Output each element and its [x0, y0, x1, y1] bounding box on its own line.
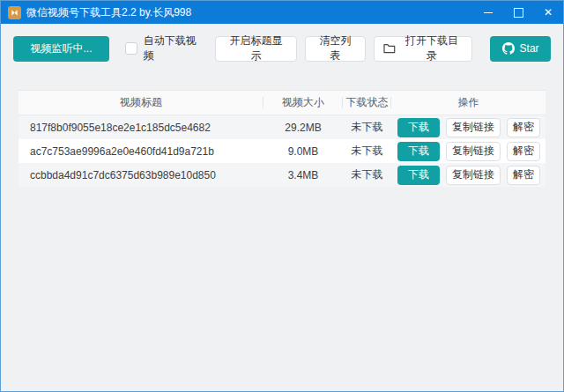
auto-download-checkbox[interactable] [125, 42, 137, 55]
header-download-status: 下载状态 [343, 91, 391, 115]
video-size-cell: 29.2MB [263, 122, 343, 134]
star-button-label: Star [520, 42, 539, 55]
minimize-icon [484, 12, 493, 13]
copy-link-button[interactable]: 复制链接 [446, 118, 501, 137]
decrypt-button[interactable]: 解密 [507, 142, 540, 161]
star-button[interactable]: Star [490, 36, 551, 62]
video-title-cell: 817f8b0f9055e18ce2e1c185dc5e4682 [19, 122, 263, 134]
decrypt-button[interactable]: 解密 [507, 118, 540, 137]
table-header: 视频标题 视频大小 下载状态 操作 [19, 90, 545, 115]
download-status-cell: 未下载 [343, 167, 391, 182]
header-actions: 操作 [391, 91, 545, 115]
download-button[interactable]: 下载 [397, 166, 440, 185]
clear-list-button[interactable]: 清空列表 [305, 36, 366, 62]
header-video-size: 视频大小 [263, 91, 343, 115]
maximize-button[interactable] [503, 1, 533, 24]
window-controls: ✕ [473, 1, 563, 24]
close-button[interactable]: ✕ [533, 1, 563, 24]
app-icon [8, 6, 21, 19]
minimize-button[interactable] [473, 1, 503, 24]
window-title: 微信视频号下载工具2.2 by.长风998 [26, 5, 191, 20]
folder-icon [383, 43, 396, 54]
decrypt-button[interactable]: 解密 [507, 166, 540, 185]
maximize-icon [514, 8, 523, 18]
auto-download-checkbox-group: 自动下载视频 [125, 33, 205, 63]
download-button[interactable]: 下载 [397, 118, 440, 137]
table-row: ac7c753ae9996a2e0e460fd41d9a721b 9.0MB 未… [19, 139, 545, 163]
auto-download-label: 自动下载视频 [144, 33, 205, 63]
video-title-cell: ac7c753ae9996a2e0e460fd41d9a721b [19, 145, 263, 158]
wechat-channels-icon [10, 8, 19, 18]
header-video-title: 视频标题 [19, 91, 263, 115]
table-row: ccbbda4d91c7dc6375d63b989e10d850 3.4MB 未… [19, 163, 545, 187]
table-body: 817f8b0f9055e18ce2e1c185dc5e4682 29.2MB … [19, 115, 545, 187]
row-actions: 下载 复制链接 解密 [391, 166, 545, 185]
video-listen-button[interactable]: 视频监听中... [13, 36, 109, 62]
video-size-cell: 3.4MB [263, 169, 343, 181]
title-bar: 微信视频号下载工具2.2 by.长风998 ✕ [1, 1, 563, 24]
close-icon: ✕ [544, 6, 553, 18]
download-status-cell: 未下载 [343, 144, 391, 159]
toggle-title-display-button[interactable]: 开启标题显示 [215, 36, 297, 62]
app-window: 微信视频号下载工具2.2 by.长风998 ✕ 视频监听中... 自动下载视频 … [0, 0, 564, 392]
row-actions: 下载 复制链接 解密 [391, 118, 545, 137]
open-download-dir-button[interactable]: 打开下载目录 [374, 36, 472, 62]
download-button[interactable]: 下载 [397, 142, 440, 161]
row-actions: 下载 复制链接 解密 [391, 142, 545, 161]
video-table: 视频标题 视频大小 下载状态 操作 817f8b0f9055e18ce2e1c1… [19, 90, 545, 187]
github-icon [502, 42, 515, 55]
video-title-cell: ccbbda4d91c7dc6375d63b989e10d850 [19, 169, 263, 181]
toolbar: 视频监听中... 自动下载视频 开启标题显示 清空列表 打开下载目录 Star [13, 33, 551, 63]
table-row: 817f8b0f9055e18ce2e1c185dc5e4682 29.2MB … [19, 115, 545, 139]
copy-link-button[interactable]: 复制链接 [446, 166, 501, 185]
copy-link-button[interactable]: 复制链接 [446, 142, 501, 161]
download-status-cell: 未下载 [343, 120, 391, 135]
open-download-dir-label: 打开下载目录 [401, 33, 464, 63]
video-size-cell: 9.0MB [263, 145, 343, 158]
